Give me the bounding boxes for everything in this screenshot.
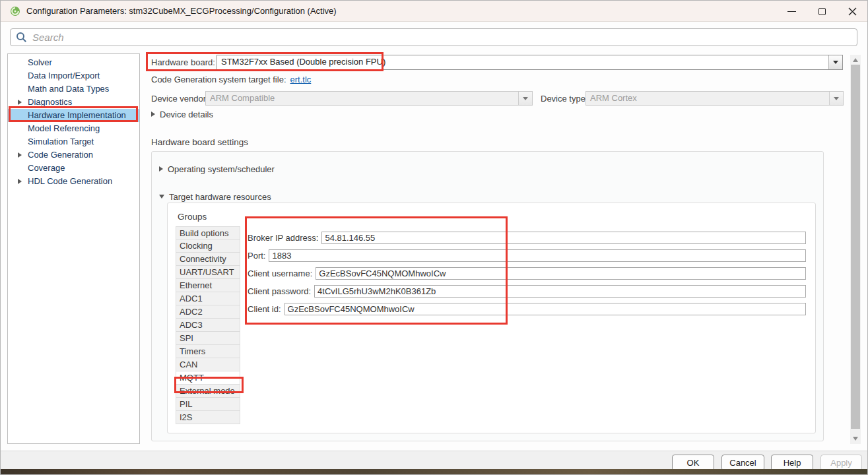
search-icon xyxy=(16,32,27,43)
mqtt-fields: Broker IP address: Port: Client username… xyxy=(248,229,806,318)
client-password-input[interactable] xyxy=(314,285,806,298)
group-item-ethernet[interactable]: Ethernet xyxy=(176,279,240,292)
group-item-uart-usart[interactable]: UART/USART xyxy=(176,266,240,279)
scrollbar-thumb[interactable] xyxy=(851,65,860,429)
device-vendor-dropdown: ARM Compatible xyxy=(205,91,533,106)
client-password-row: Client password: xyxy=(248,282,806,300)
device-vendor-value: ARM Compatible xyxy=(206,92,518,105)
target-file-label: Code Generation system target file: xyxy=(151,75,286,84)
device-type-value: ARM Cortex xyxy=(586,92,829,105)
broker-ip-label: Broker IP address: xyxy=(248,233,321,243)
group-item-i2s[interactable]: I2S xyxy=(176,411,240,424)
sidebar-item-model-referencing[interactable]: Model Referencing xyxy=(8,122,139,135)
group-item-timers[interactable]: Timers xyxy=(176,345,240,358)
port-row: Port: xyxy=(248,247,806,265)
scroll-up-icon[interactable] xyxy=(853,58,858,62)
maximize-icon xyxy=(818,8,826,15)
maximize-button[interactable] xyxy=(807,1,837,22)
close-icon xyxy=(848,7,857,16)
sidebar-item-coverage[interactable]: Coverage xyxy=(8,162,139,175)
dropdown-arrow-button[interactable] xyxy=(828,55,842,69)
dropdown-arrow-button xyxy=(829,92,843,105)
client-id-row: Client id: xyxy=(248,300,806,318)
search-bar xyxy=(10,28,857,46)
title-bar: Configuration Parameters: stm32CubeMX_EC… xyxy=(1,1,867,22)
chevron-down-icon xyxy=(523,97,528,100)
configuration-parameters-dialog: Configuration Parameters: stm32CubeMX_EC… xyxy=(0,0,868,475)
os-scheduler-expander[interactable]: Operating system/scheduler xyxy=(159,162,275,175)
client-id-input[interactable] xyxy=(284,303,806,315)
group-item-build-options[interactable]: Build options xyxy=(176,226,240,239)
target-file-link[interactable]: ert.tlc xyxy=(290,75,312,84)
sidebar-item-code-generation[interactable]: Code Generation xyxy=(8,148,139,162)
window-controls xyxy=(776,1,867,22)
search-input[interactable] xyxy=(32,32,851,43)
expand-right-icon xyxy=(18,100,22,105)
client-username-row: Client username: xyxy=(248,265,806,282)
expand-right-icon xyxy=(159,166,163,172)
chevron-down-icon xyxy=(833,61,838,64)
port-input[interactable] xyxy=(269,249,806,262)
target-hardware-resources-expander[interactable]: Target hardware resources xyxy=(159,190,271,203)
group-item-connectivity[interactable]: Connectivity xyxy=(176,253,240,266)
device-type-label: Device type: xyxy=(541,94,588,104)
group-item-pil[interactable]: PIL xyxy=(176,398,240,411)
sidebar-item-diagnostics[interactable]: Diagnostics xyxy=(8,96,139,109)
simulink-config-icon xyxy=(10,6,20,16)
hardware-board-value: STM32F7xx Based (Double precision FPU) xyxy=(217,55,828,69)
window-title: Configuration Parameters: stm32CubeMX_EC… xyxy=(26,6,337,16)
minimize-icon xyxy=(787,11,796,12)
device-type-dropdown: ARM Cortex xyxy=(585,91,844,106)
device-details-expander[interactable]: Device details xyxy=(151,108,213,121)
expand-down-icon xyxy=(159,195,164,199)
sidebar-item-simulation-target[interactable]: Simulation Target xyxy=(8,135,139,148)
sidebar-item-hardware-implementation[interactable]: Hardware Implementation xyxy=(8,109,139,122)
group-item-adc1[interactable]: ADC1 xyxy=(176,292,240,305)
scroll-down-icon[interactable] xyxy=(853,437,858,441)
dropdown-arrow-button xyxy=(518,92,532,105)
group-item-can[interactable]: CAN xyxy=(176,358,240,371)
port-label: Port: xyxy=(248,251,269,261)
footer-bar: OK Cancel Help Apply xyxy=(1,451,867,470)
group-item-adc2[interactable]: ADC2 xyxy=(176,305,240,319)
group-item-clocking[interactable]: Clocking xyxy=(176,239,240,253)
sidebar-item-hdl-code-generation[interactable]: HDL Code Generation xyxy=(8,175,139,188)
client-username-label: Client username: xyxy=(248,269,316,278)
hardware-board-label: Hardware board: xyxy=(151,57,215,67)
client-username-input[interactable] xyxy=(316,267,806,280)
group-item-external-mode[interactable]: External mode xyxy=(176,385,240,398)
desktop-background-strip xyxy=(1,469,867,474)
groups-list: Build options Clocking Connectivity UART… xyxy=(176,226,240,424)
group-item-spi[interactable]: SPI xyxy=(176,332,240,345)
hardware-board-dropdown[interactable]: STM32F7xx Based (Double precision FPU) xyxy=(217,55,843,70)
chevron-down-icon xyxy=(834,97,839,100)
client-id-label: Client id: xyxy=(248,304,284,314)
target-file-row: Code Generation system target file: ert.… xyxy=(151,75,311,84)
sidebar-item-solver[interactable]: Solver xyxy=(8,56,139,69)
broker-ip-row: Broker IP address: xyxy=(248,229,806,247)
expand-right-icon xyxy=(151,111,155,117)
sidebar: Solver Data Import/Export Math and Data … xyxy=(7,53,140,444)
minimize-button[interactable] xyxy=(776,1,807,22)
client-password-label: Client password: xyxy=(248,286,314,296)
group-item-adc3[interactable]: ADC3 xyxy=(176,319,240,332)
vertical-scrollbar[interactable] xyxy=(850,55,861,444)
device-vendor-label: Device vendor: xyxy=(151,94,209,104)
groups-label: Groups xyxy=(178,212,207,222)
expand-right-icon xyxy=(18,152,22,158)
sidebar-item-math-and-data-types[interactable]: Math and Data Types xyxy=(8,82,139,96)
sidebar-item-data-import-export[interactable]: Data Import/Export xyxy=(8,69,139,82)
close-button[interactable] xyxy=(837,1,867,22)
expand-right-icon xyxy=(18,179,22,184)
hardware-board-settings-title: Hardware board settings xyxy=(151,137,248,147)
group-item-mqtt[interactable]: MQTT xyxy=(176,371,240,385)
broker-ip-input[interactable] xyxy=(321,232,806,244)
